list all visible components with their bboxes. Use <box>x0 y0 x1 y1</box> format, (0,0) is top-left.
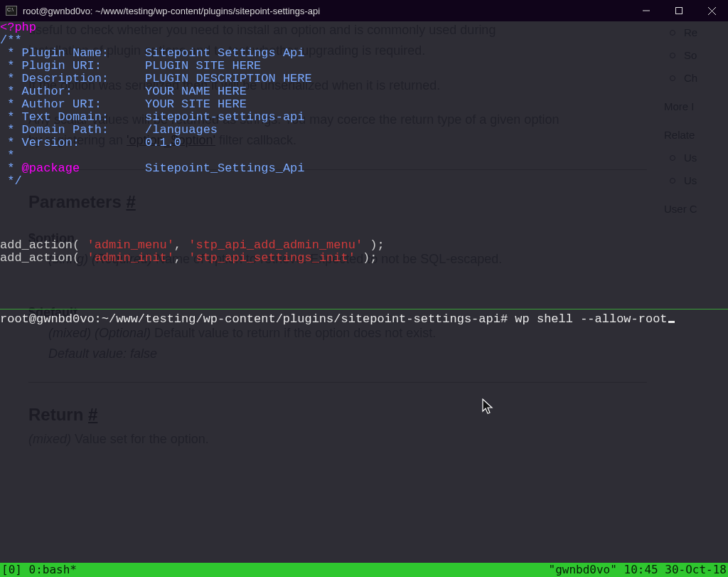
terminal-pane[interactable]: root@gwnbd0vo:~/www/testing/wp-content/p… <box>0 313 728 563</box>
maximize-button[interactable] <box>663 0 695 21</box>
code-fn: add_action <box>0 251 73 265</box>
window-title: root@gwnbd0vo: ~/www/testing/wp-content/… <box>23 6 630 16</box>
svg-rect-1 <box>676 8 682 14</box>
minimize-button[interactable] <box>630 0 663 21</box>
text-cursor <box>668 321 675 323</box>
docblock-close: */ <box>0 174 22 188</box>
editor-pane[interactable]: <?php /** * Plugin Name: Sitepoint Setti… <box>0 21 728 309</box>
code-fn: add_action <box>0 238 73 252</box>
shell-prompt: root@gwnbd0vo:~/www/testing/wp-content/p… <box>0 312 508 326</box>
pane-divider[interactable] <box>0 309 728 309</box>
cmd-icon <box>6 6 17 16</box>
shell-command: wp shell --allow-root <box>515 312 667 326</box>
php-open-tag: <?php <box>0 21 36 34</box>
status-right: "gwnbd0vo" 10:45 30-Oct-18 <box>549 563 727 577</box>
window-titlebar[interactable]: root@gwnbd0vo: ~/www/testing/wp-content/… <box>0 0 728 21</box>
docblock-open: /** <box>0 33 22 47</box>
status-left: [0] 0:bash* <box>1 563 77 577</box>
close-button[interactable] <box>695 0 728 21</box>
tmux-statusbar: [0] 0:bash* "gwnbd0vo" 10:45 30-Oct-18 <box>0 563 728 577</box>
